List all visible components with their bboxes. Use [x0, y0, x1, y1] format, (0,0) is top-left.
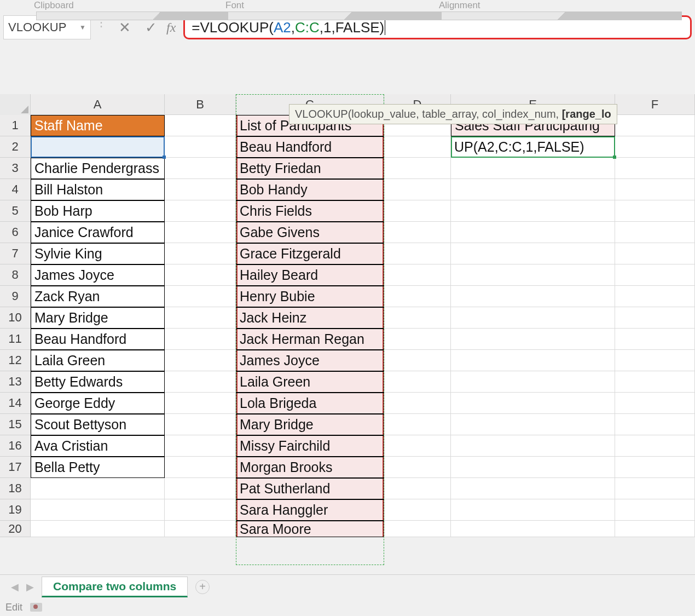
row-header[interactable]: 20: [0, 521, 31, 537]
cell[interactable]: Bob Harp: [31, 200, 165, 222]
cell[interactable]: Zack Ryan: [31, 286, 165, 307]
cell-e2-editing[interactable]: UP(A2,C:C,1,FALSE): [451, 136, 615, 158]
cell[interactable]: [451, 414, 615, 435]
cell[interactable]: [615, 115, 695, 136]
cell[interactable]: Mike Hayes: [31, 136, 165, 158]
cell[interactable]: [451, 243, 615, 264]
col-header-a[interactable]: A: [31, 94, 165, 114]
row-header[interactable]: 18: [0, 478, 31, 499]
row-header[interactable]: 10: [0, 307, 31, 329]
cell[interactable]: [165, 307, 236, 329]
cell[interactable]: James Joyce: [236, 350, 384, 371]
cell[interactable]: Missy Fairchild: [236, 435, 384, 457]
row-header[interactable]: 19: [0, 499, 31, 521]
cell[interactable]: [384, 457, 451, 478]
cell[interactable]: [165, 521, 236, 537]
cell[interactable]: Jack Heinz: [236, 307, 384, 329]
row-header[interactable]: 9: [0, 286, 31, 307]
cell[interactable]: [615, 350, 695, 371]
cell[interactable]: [384, 136, 451, 158]
cell[interactable]: [165, 499, 236, 521]
cell[interactable]: [615, 179, 695, 200]
cell[interactable]: Grace Fitzgerald: [236, 243, 384, 264]
cell[interactable]: [615, 200, 695, 222]
cell[interactable]: [451, 457, 615, 478]
cell[interactable]: [615, 393, 695, 414]
cell[interactable]: [615, 478, 695, 499]
cell[interactable]: [165, 179, 236, 200]
cell[interactable]: [451, 521, 615, 537]
cell[interactable]: [384, 499, 451, 521]
cell[interactable]: [165, 414, 236, 435]
cell[interactable]: Ava Cristian: [31, 435, 165, 457]
row-header[interactable]: 12: [0, 350, 31, 371]
row-header[interactable]: 17: [0, 457, 31, 478]
cell[interactable]: [165, 393, 236, 414]
macro-record-icon[interactable]: [30, 603, 42, 612]
cell[interactable]: [165, 435, 236, 457]
cell[interactable]: [165, 350, 236, 371]
spreadsheet-grid[interactable]: A B C D E F 1 Staff Name List of Partici…: [0, 94, 695, 537]
add-sheet-button[interactable]: +: [195, 580, 210, 594]
cell[interactable]: [165, 478, 236, 499]
cell[interactable]: Beau Handford: [31, 329, 165, 350]
cell[interactable]: [165, 200, 236, 222]
cell[interactable]: Gabe Givens: [236, 222, 384, 243]
row-header[interactable]: 3: [0, 158, 31, 179]
cell[interactable]: [384, 329, 451, 350]
cell[interactable]: [615, 158, 695, 179]
cell[interactable]: [31, 478, 165, 499]
cell[interactable]: [165, 136, 236, 158]
cell[interactable]: [451, 393, 615, 414]
cell[interactable]: [384, 371, 451, 393]
row-header[interactable]: 15: [0, 414, 31, 435]
cell[interactable]: Mary Bridge: [236, 414, 384, 435]
cell[interactable]: [615, 222, 695, 243]
fill-handle[interactable]: [613, 156, 616, 159]
cell[interactable]: [615, 521, 695, 537]
cell[interactable]: [615, 435, 695, 457]
row-header[interactable]: 2: [0, 136, 31, 158]
cell[interactable]: Jack Herman Regan: [236, 329, 384, 350]
cell[interactable]: Laila Green: [31, 350, 165, 371]
col-header-b[interactable]: B: [165, 94, 236, 114]
cell[interactable]: [31, 521, 165, 537]
cell[interactable]: [384, 393, 451, 414]
cell[interactable]: [384, 478, 451, 499]
row-header[interactable]: 1: [0, 115, 31, 136]
cell[interactable]: [615, 371, 695, 393]
cell[interactable]: [384, 350, 451, 371]
col-header-f[interactable]: F: [615, 94, 695, 114]
sheet-tab-active[interactable]: Compare two columns: [42, 577, 188, 597]
cell[interactable]: [384, 435, 451, 457]
cell[interactable]: [384, 243, 451, 264]
cell[interactable]: [451, 329, 615, 350]
cell[interactable]: [165, 264, 236, 286]
cell[interactable]: [165, 329, 236, 350]
row-header[interactable]: 4: [0, 179, 31, 200]
cell[interactable]: [165, 222, 236, 243]
cell[interactable]: [31, 499, 165, 521]
cell[interactable]: George Eddy: [31, 393, 165, 414]
row-header[interactable]: 5: [0, 200, 31, 222]
cell[interactable]: [451, 286, 615, 307]
cell[interactable]: Betty Friedan: [236, 158, 384, 179]
cell[interactable]: Sylvie King: [31, 243, 165, 264]
tab-nav-prev-icon[interactable]: ◀: [11, 581, 19, 593]
cell[interactable]: [615, 286, 695, 307]
cell[interactable]: [451, 350, 615, 371]
dialog-launcher-icon[interactable]: [441, 11, 682, 20]
cell[interactable]: [615, 457, 695, 478]
row-header[interactable]: 16: [0, 435, 31, 457]
cell[interactable]: Bob Handy: [236, 179, 384, 200]
dialog-launcher-icon[interactable]: [228, 11, 468, 20]
cell[interactable]: Betty Edwards: [31, 371, 165, 393]
cell[interactable]: [384, 264, 451, 286]
cell[interactable]: [615, 264, 695, 286]
cell[interactable]: [384, 307, 451, 329]
cell[interactable]: [451, 264, 615, 286]
row-header[interactable]: 8: [0, 264, 31, 286]
row-header[interactable]: 7: [0, 243, 31, 264]
cell[interactable]: [451, 371, 615, 393]
cell[interactable]: Lola Brigeda: [236, 393, 384, 414]
